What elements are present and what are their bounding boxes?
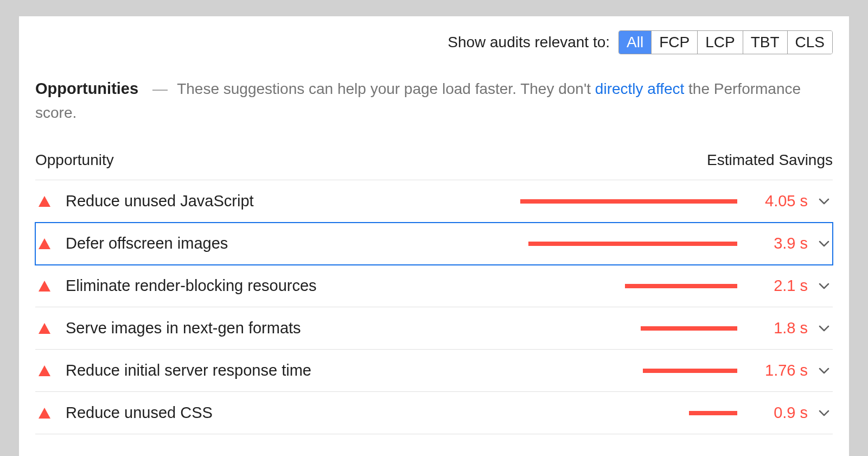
savings-value: 2.1 s (748, 277, 808, 295)
filter-btn-cls[interactable]: CLS (788, 31, 832, 54)
svg-marker-5 (39, 408, 50, 419)
savings-bar-cell (520, 369, 737, 373)
savings-bar-cell (520, 326, 737, 331)
opportunity-row[interactable]: Reduce unused JavaScript4.05 s (35, 180, 833, 223)
opportunity-label: Reduce initial server response time (66, 362, 520, 379)
savings-bar (625, 284, 737, 288)
opportunities-description: Opportunities — These suggestions can he… (35, 76, 833, 126)
audit-filter-label: Show audits relevant to: (448, 34, 610, 51)
savings-value: 4.05 s (748, 192, 808, 210)
opportunities-list: Reduce unused JavaScript4.05 sDefer offs… (35, 180, 833, 434)
opportunities-table-header: Opportunity Estimated Savings (35, 151, 833, 180)
savings-bar (643, 369, 737, 373)
savings-bar (520, 199, 737, 204)
svg-marker-1 (39, 238, 50, 249)
fail-triangle-icon (39, 365, 50, 376)
savings-bar (641, 326, 737, 331)
opportunities-heading: Opportunities (35, 80, 138, 97)
svg-marker-3 (39, 323, 50, 334)
chevron-down-icon[interactable] (811, 325, 829, 332)
savings-bar (528, 242, 737, 246)
chevron-down-icon[interactable] (811, 198, 829, 205)
opportunities-panel: Show audits relevant to: AllFCPLCPTBTCLS… (19, 16, 849, 456)
fail-triangle-icon (39, 238, 50, 249)
fail-triangle-icon (39, 281, 50, 292)
filter-btn-fcp[interactable]: FCP (652, 31, 698, 54)
opportunity-label: Serve images in next-gen formats (66, 319, 520, 337)
savings-bar (689, 411, 737, 415)
fail-triangle-icon (39, 323, 50, 334)
svg-marker-4 (39, 365, 50, 376)
opportunity-row[interactable]: Defer offscreen images3.9 s (35, 223, 833, 265)
savings-value: 0.9 s (748, 404, 808, 422)
opportunity-row[interactable]: Reduce initial server response time1.76 … (35, 350, 833, 392)
opportunities-desc-before: These suggestions can help your page loa… (177, 80, 595, 97)
svg-marker-2 (39, 281, 50, 292)
fail-triangle-icon (39, 408, 50, 419)
audit-filter-row: Show audits relevant to: AllFCPLCPTBTCLS (35, 16, 833, 54)
savings-value: 1.76 s (748, 362, 808, 379)
savings-bar-cell (520, 199, 737, 204)
savings-bar-cell (520, 242, 737, 246)
savings-bar-cell (520, 284, 737, 288)
opportunity-label: Defer offscreen images (66, 235, 520, 252)
directly-affect-link[interactable]: directly affect (595, 80, 684, 97)
fail-triangle-icon (39, 196, 50, 207)
filter-btn-all[interactable]: All (619, 31, 652, 54)
svg-marker-0 (39, 196, 50, 207)
filter-btn-lcp[interactable]: LCP (698, 31, 743, 54)
savings-value: 3.9 s (748, 235, 808, 252)
opportunity-label: Eliminate render-blocking resources (66, 277, 520, 295)
col-header-savings: Estimated Savings (707, 151, 833, 169)
savings-value: 1.8 s (748, 319, 808, 337)
opportunity-label: Reduce unused JavaScript (66, 192, 520, 210)
chevron-down-icon[interactable] (811, 368, 829, 374)
chevron-down-icon[interactable] (811, 410, 829, 416)
chevron-down-icon[interactable] (811, 283, 829, 289)
filter-btn-tbt[interactable]: TBT (743, 31, 788, 54)
opportunity-label: Reduce unused CSS (66, 404, 520, 422)
opportunity-row[interactable]: Serve images in next-gen formats1.8 s (35, 307, 833, 350)
opportunity-row[interactable]: Reduce unused CSS0.9 s (35, 392, 833, 434)
audit-filter-group: AllFCPLCPTBTCLS (618, 30, 833, 54)
savings-bar-cell (520, 411, 737, 415)
chevron-down-icon[interactable] (811, 240, 829, 247)
separator-dash: — (152, 80, 168, 97)
opportunity-row[interactable]: Eliminate render-blocking resources2.1 s (35, 265, 833, 307)
col-header-opportunity: Opportunity (35, 151, 114, 169)
